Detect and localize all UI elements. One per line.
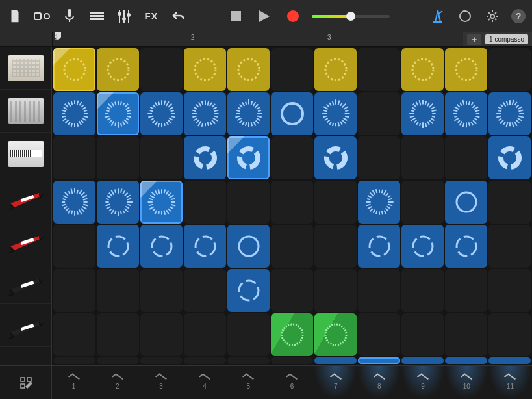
track-header-keys2[interactable] [0, 218, 51, 261]
loop-cell[interactable] [314, 357, 357, 364]
loop-cell-empty[interactable] [488, 48, 531, 91]
loop-cell-empty[interactable] [271, 48, 313, 91]
loop-cell[interactable] [445, 92, 487, 135]
column-trigger[interactable]: 10 [445, 366, 488, 399]
browser-icon[interactable] [34, 8, 51, 25]
column-trigger[interactable]: 11 [488, 366, 532, 399]
loop-cell-empty[interactable] [184, 357, 226, 364]
loop-cell-empty[interactable] [53, 136, 95, 179]
loop-cell-empty[interactable] [445, 313, 487, 356]
loop-cell[interactable] [445, 225, 487, 268]
loop-cell-empty[interactable] [488, 225, 531, 268]
loop-cell-empty[interactable] [271, 357, 313, 364]
loop-cell-empty[interactable] [401, 181, 444, 224]
loop-cell[interactable] [97, 92, 139, 135]
stop-button[interactable] [227, 8, 244, 25]
loop-cell[interactable] [140, 225, 183, 268]
loop-cell[interactable] [271, 92, 313, 135]
loop-cell[interactable] [227, 269, 270, 312]
loop-cell-empty[interactable] [445, 269, 487, 312]
column-trigger[interactable]: 2 [95, 366, 139, 399]
loop-cell-empty[interactable] [358, 269, 400, 312]
loop-cell[interactable] [184, 48, 226, 91]
loop-cell[interactable] [445, 357, 487, 364]
record-button[interactable] [285, 8, 301, 25]
loop-cell[interactable] [227, 225, 270, 268]
loop-cell-empty[interactable] [401, 269, 444, 312]
loop-cell-empty[interactable] [184, 269, 226, 312]
loop-cell[interactable] [227, 48, 270, 91]
loop-cell-empty[interactable] [271, 181, 313, 224]
column-trigger[interactable]: 1 [52, 366, 95, 399]
loop-cell-empty[interactable] [53, 225, 95, 268]
loop-cell[interactable] [140, 92, 183, 135]
loop-cell[interactable] [488, 357, 531, 364]
help-icon[interactable]: ? [511, 9, 526, 23]
loop-cell-empty[interactable] [314, 225, 357, 268]
loop-cell[interactable] [314, 136, 357, 179]
loop-cell-empty[interactable] [488, 269, 531, 312]
column-trigger[interactable]: 7 [314, 366, 357, 399]
track-header-keys3[interactable] [0, 261, 51, 304]
loop-cell[interactable] [401, 225, 444, 268]
track-header-drum2[interactable] [0, 90, 51, 133]
add-section-button[interactable]: + [467, 34, 481, 45]
loop-cell-empty[interactable] [314, 181, 357, 224]
loop-cell[interactable] [53, 92, 95, 135]
loop-cell-empty[interactable] [53, 269, 95, 312]
loop-cell-empty[interactable] [53, 313, 95, 356]
track-header-drum1[interactable] [0, 47, 51, 90]
mixer-icon[interactable] [116, 8, 133, 25]
loop-cell[interactable] [97, 225, 139, 268]
loop-cell[interactable] [488, 136, 531, 179]
projects-icon[interactable] [6, 8, 23, 25]
loop-cell-empty[interactable] [358, 136, 400, 179]
tracks-icon[interactable] [88, 8, 105, 25]
loop-cell-empty[interactable] [488, 313, 531, 356]
loop-cell-empty[interactable] [401, 136, 444, 179]
loop-cell-empty[interactable] [53, 357, 95, 364]
loop-cell[interactable] [445, 48, 487, 91]
play-button[interactable] [256, 8, 273, 25]
loop-cell[interactable] [227, 136, 270, 179]
undo-icon[interactable] [170, 8, 187, 25]
settings-icon[interactable] [484, 8, 501, 25]
loop-cell-empty[interactable] [140, 313, 183, 356]
loop-cell[interactable] [53, 48, 95, 91]
fx-button[interactable]: FX [143, 8, 160, 25]
loop-cell-empty[interactable] [445, 136, 487, 179]
loop-cell-empty[interactable] [140, 269, 183, 312]
loop-cell[interactable] [97, 181, 139, 224]
column-trigger[interactable]: 8 [357, 366, 401, 399]
grid-edit-icon[interactable] [18, 374, 34, 391]
loop-cell-empty[interactable] [271, 269, 313, 312]
loop-cell[interactable] [401, 357, 444, 364]
loop-cell-empty[interactable] [97, 313, 139, 356]
loop-cell[interactable] [97, 48, 139, 91]
column-trigger[interactable]: 9 [401, 366, 444, 399]
column-trigger[interactable]: 3 [139, 366, 183, 399]
loop-cell[interactable] [445, 181, 487, 224]
column-trigger[interactable]: 4 [183, 366, 227, 399]
loop-cell[interactable] [358, 225, 400, 268]
loop-cell[interactable] [314, 92, 357, 135]
loop-cell-empty[interactable] [140, 136, 183, 179]
loop-cell-empty[interactable] [271, 136, 313, 179]
track-header-keys1[interactable] [0, 175, 51, 218]
loop-cell[interactable] [184, 92, 226, 135]
ruler-track[interactable]: 1 2 3 [52, 32, 463, 46]
loop-cell-empty[interactable] [140, 48, 183, 91]
section-length-label[interactable]: 1 compasso [485, 34, 528, 44]
loop-cell-empty[interactable] [358, 313, 400, 356]
loop-cell-empty[interactable] [184, 313, 226, 356]
loop-cell[interactable] [271, 313, 313, 356]
loop-cell[interactable] [401, 92, 444, 135]
loop-cell-empty[interactable] [227, 357, 270, 364]
loop-cell[interactable] [488, 92, 531, 135]
loop-cell-empty[interactable] [401, 313, 444, 356]
loop-cell[interactable] [314, 313, 357, 356]
loop-cell-empty[interactable] [271, 225, 313, 268]
column-trigger[interactable]: 5 [227, 366, 270, 399]
loop-cell-empty[interactable] [97, 269, 139, 312]
loop-cell[interactable] [184, 225, 226, 268]
